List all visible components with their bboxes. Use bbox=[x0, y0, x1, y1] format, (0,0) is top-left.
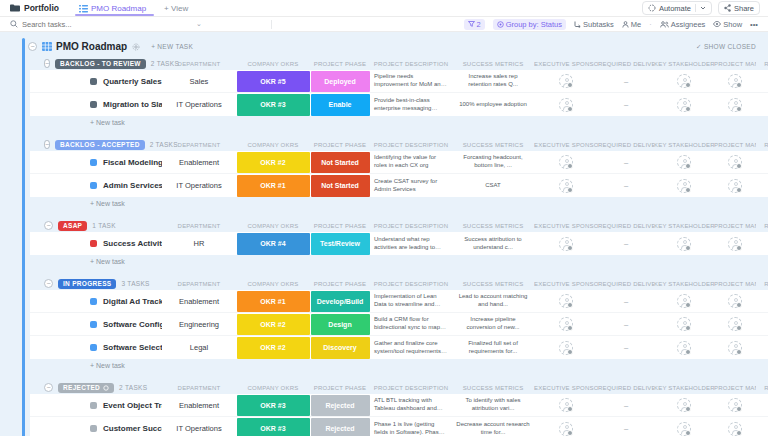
column-header[interactable]: EXECUTIVE SPONSORS bbox=[534, 142, 598, 148]
requested-cell[interactable] bbox=[756, 317, 768, 331]
status-bullet-icon[interactable] bbox=[90, 344, 97, 351]
column-header[interactable]: COMPANY OKRS bbox=[236, 281, 310, 287]
column-header[interactable]: REQU... bbox=[756, 281, 768, 287]
column-header[interactable]: REQU... bbox=[756, 142, 768, 148]
table-row[interactable]: Event Object Tracking Enablement OKR #3 … bbox=[30, 394, 768, 417]
column-header[interactable]: PROJECT DESCRIPTION bbox=[370, 142, 452, 148]
status-bullet-icon[interactable] bbox=[90, 240, 97, 247]
required-delivery-teams-cell[interactable]: – bbox=[598, 158, 654, 167]
project-phase-cell[interactable]: Not Started bbox=[311, 152, 370, 173]
project-description-cell[interactable]: Create CSAT survey for Admin Services bbox=[370, 178, 452, 194]
success-metrics-cell[interactable]: To identify with sales attribution vari.… bbox=[452, 397, 534, 413]
column-header[interactable]: KEY STAKEHOLDERS bbox=[654, 142, 714, 148]
required-delivery-teams-cell[interactable]: – bbox=[598, 401, 654, 410]
project-manager-cell[interactable] bbox=[714, 341, 756, 355]
executive-sponsors-cell[interactable] bbox=[534, 155, 598, 169]
task-name-cell[interactable]: Digital Ad Tracking bbox=[30, 297, 162, 306]
required-delivery-teams-cell[interactable]: – bbox=[598, 320, 654, 329]
column-header[interactable]: SUCCESS METRICS bbox=[452, 281, 534, 287]
key-stakeholders-cell[interactable] bbox=[654, 317, 714, 331]
task-name-cell[interactable]: Software Selection bbox=[30, 343, 162, 352]
column-header[interactable]: COMPANY OKRS bbox=[236, 385, 310, 391]
status-bullet-icon[interactable] bbox=[90, 159, 97, 166]
column-header[interactable]: REQUIRED DELIVERY TEAMS bbox=[598, 385, 654, 391]
department-cell[interactable]: Sales bbox=[162, 77, 236, 86]
company-okr-cell[interactable]: OKR #3 bbox=[237, 418, 310, 436]
search-chevron-icon[interactable]: ⌄ bbox=[196, 20, 202, 28]
column-header[interactable]: REQU... bbox=[756, 223, 768, 229]
chevron-down-icon[interactable] bbox=[700, 6, 706, 10]
task-name-cell[interactable]: Quarterly Sales Check-In bbox=[30, 77, 162, 86]
department-cell[interactable]: IT Operations bbox=[162, 424, 236, 433]
project-manager-cell[interactable] bbox=[714, 179, 756, 193]
collapse-group-icon[interactable]: − bbox=[44, 221, 53, 230]
search-input[interactable] bbox=[22, 20, 192, 29]
department-cell[interactable]: Enablement bbox=[162, 297, 236, 306]
column-header[interactable]: PROJECT PHASE bbox=[310, 142, 370, 148]
column-header[interactable]: KEY STAKEHOLDERS bbox=[654, 385, 714, 391]
filter-button[interactable]: 2 bbox=[464, 19, 485, 30]
success-metrics-cell[interactable]: Decrease account research time for... bbox=[452, 421, 534, 436]
column-header[interactable]: COMPANY OKRS bbox=[236, 61, 310, 67]
assignees-button[interactable]: Assignees bbox=[660, 20, 706, 29]
table-row[interactable]: Quarterly Sales Check-In Sales OKR #5 De… bbox=[30, 70, 768, 93]
project-description-cell[interactable]: Identifying the value for roles in each … bbox=[370, 154, 452, 170]
executive-sponsors-cell[interactable] bbox=[534, 98, 598, 112]
column-header[interactable]: KEY STAKEHOLDERS bbox=[654, 61, 714, 67]
required-delivery-teams-cell[interactable]: – bbox=[598, 77, 654, 86]
column-header[interactable]: PROJECT PHASE bbox=[310, 281, 370, 287]
success-metrics-cell[interactable]: Increase sales rep retention rates Q... bbox=[452, 73, 534, 89]
project-manager-cell[interactable] bbox=[714, 98, 756, 112]
project-phase-cell[interactable]: Rejected bbox=[311, 418, 370, 436]
column-header[interactable]: PROJECT PHASE bbox=[310, 61, 370, 67]
column-header[interactable]: SUCCESS METRICS bbox=[452, 142, 534, 148]
task-name-cell[interactable]: Success Activity Tracking bbox=[30, 239, 162, 248]
requested-cell[interactable] bbox=[756, 422, 768, 436]
collapse-list-icon[interactable]: − bbox=[28, 42, 37, 51]
key-stakeholders-cell[interactable] bbox=[654, 341, 714, 355]
executive-sponsors-cell[interactable] bbox=[534, 341, 598, 355]
department-cell[interactable]: IT Operations bbox=[162, 181, 236, 190]
column-header[interactable]: SUCCESS METRICS bbox=[452, 61, 534, 67]
project-description-cell[interactable]: Provide best-in-class enterprise messagi… bbox=[370, 97, 452, 113]
executive-sponsors-cell[interactable] bbox=[534, 74, 598, 88]
requested-cell[interactable] bbox=[756, 398, 768, 412]
requested-cell[interactable] bbox=[756, 237, 768, 251]
add-task-button[interactable]: + New task bbox=[30, 116, 768, 129]
project-manager-cell[interactable] bbox=[714, 317, 756, 331]
project-manager-cell[interactable] bbox=[714, 398, 756, 412]
company-okr-cell[interactable]: OKR #3 bbox=[237, 395, 310, 416]
column-header[interactable]: PROJECT PHASE bbox=[310, 223, 370, 229]
project-manager-cell[interactable] bbox=[714, 237, 756, 251]
requested-cell[interactable] bbox=[756, 74, 768, 88]
company-okr-cell[interactable]: OKR #2 bbox=[237, 314, 310, 335]
key-stakeholders-cell[interactable] bbox=[654, 398, 714, 412]
column-header[interactable]: REQUIRED DELIVERY TEAMS bbox=[598, 61, 654, 67]
project-phase-cell[interactable]: Not Started bbox=[311, 175, 370, 197]
add-task-button[interactable]: + New task bbox=[30, 359, 768, 372]
column-header[interactable]: PROJECT DESCRIPTION bbox=[370, 385, 452, 391]
column-header[interactable]: DEPARTMENT bbox=[162, 142, 236, 148]
project-description-cell[interactable]: Understand what rep activities are leadi… bbox=[370, 236, 452, 252]
key-stakeholders-cell[interactable] bbox=[654, 237, 714, 251]
executive-sponsors-cell[interactable] bbox=[534, 237, 598, 251]
column-header[interactable]: PROJECT DESCRIPTION bbox=[370, 281, 452, 287]
add-task-button[interactable]: + New task bbox=[30, 255, 768, 268]
project-phase-cell[interactable]: Rejected bbox=[311, 395, 370, 416]
status-bullet-icon[interactable] bbox=[90, 425, 97, 432]
task-name-cell[interactable]: Migration to Slack Enterprise Grid bbox=[30, 100, 162, 109]
executive-sponsors-cell[interactable] bbox=[534, 317, 598, 331]
column-header[interactable]: KEY STAKEHOLDERS bbox=[654, 281, 714, 287]
required-delivery-teams-cell[interactable]: – bbox=[598, 343, 654, 352]
collapse-group-icon[interactable]: − bbox=[44, 383, 53, 392]
key-stakeholders-cell[interactable] bbox=[654, 74, 714, 88]
table-row[interactable]: Software Configuration Engineering OKR #… bbox=[30, 313, 768, 336]
department-cell[interactable]: IT Operations bbox=[162, 100, 236, 109]
breadcrumb[interactable]: Portfolio bbox=[10, 3, 59, 13]
success-metrics-cell[interactable]: Forcasting headcount, bottom line, ... bbox=[452, 154, 534, 170]
project-description-cell[interactable]: Pipeline needs improvement for MoM and Q… bbox=[370, 73, 452, 89]
company-okr-cell[interactable]: OKR #4 bbox=[237, 233, 310, 255]
collapse-group-icon[interactable]: − bbox=[44, 140, 50, 149]
project-description-cell[interactable]: ATL BTL tracking with Tableau dashboard … bbox=[370, 397, 452, 413]
key-stakeholders-cell[interactable] bbox=[654, 422, 714, 436]
